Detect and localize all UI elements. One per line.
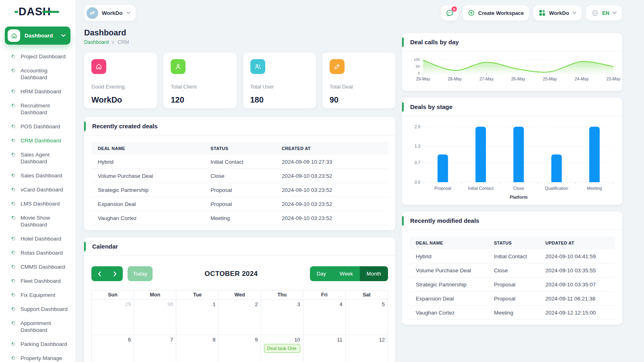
table-cell: 2024-09-09 10:27:33 [275,155,388,169]
sidebar-item-fix-equipment[interactable]: Fix Equipment [0,288,75,302]
sidebar-item-sales-agent-dashboard[interactable]: Sales Agent Dashboard [0,148,75,169]
table-row[interactable]: HybridInitial Contact2024-09-10 04:41:59 [409,249,615,263]
stat-label: Total Client [171,84,229,90]
calendar-view-month-button[interactable]: Month [360,266,388,281]
table-row[interactable]: Strategic PartnershipProposal2024-09-10 … [91,183,388,197]
sidebar-item-sales-dashboard[interactable]: Sales Dashboard [0,169,75,183]
calendar-day-header: Thu [261,290,303,300]
calendar-day-cell[interactable]: 3 [261,300,303,335]
table-cell: Proposal [487,292,539,306]
calendar-day-cell[interactable]: 5 [345,300,388,335]
svg-text:Meeting: Meeting [587,186,602,191]
calendar-day-number: 10 [264,337,300,343]
sidebar-item-project-dashboard[interactable]: Project Dashboard [0,49,75,64]
table-cell: 2024-09-10 03:23:52 [275,183,388,197]
sidebar-item-lms-dashboard[interactable]: LMS Dashboard [0,197,75,211]
deals-by-stage-chart: 0.00.71.32.0ProposalInitial ContactClose… [402,116,622,205]
table-cell: 2024-09-10 03:35:55 [539,263,615,278]
brand-logo[interactable]: DASH [0,0,75,23]
calendar-day-cell[interactable]: 8 [176,335,219,362]
table-cell: Close [487,263,539,278]
table-cell: Strategic Partnership [409,278,487,292]
sidebar-item-crm-dashboard[interactable]: CRM Dashboard [0,134,75,148]
sidebar-item-vcard-dashboard[interactable]: vCard Dashboard [0,183,75,197]
sidebar-item-recruitment-dashboard[interactable]: Recruitment Dashboard [0,99,75,119]
table-row[interactable]: Volume Purchase DealClose2024-09-10 03:3… [409,263,615,278]
sidebar-item-label: vCard Dashboard [21,186,63,193]
sidebar-item-label: Movie Show Dashboard [21,214,71,228]
card-header: Deal calls by day [402,33,622,51]
calendar-week-row: 293012345 [92,300,388,335]
calendar-day-cell[interactable]: 6 [92,335,134,362]
calendar-day-cell[interactable]: 2 [219,300,261,335]
breadcrumb-dashboard-link[interactable]: Dashboard [84,39,109,45]
sidebar-item-cmms-dashboard[interactable]: CMMS Dashboard [0,260,75,274]
messages-count-badge: 0 [451,6,457,12]
table-cell: 2024-09-10 03:23:52 [275,211,388,225]
create-workspace-button[interactable]: Create Workspace [462,5,529,21]
sidebar-item-parking-dashboard[interactable]: Parking Dashboard [0,337,75,351]
calendar-day-number: 7 [137,337,173,343]
svg-text:25-May: 25-May [543,76,557,81]
sidebar-item-hrm-dashboard[interactable]: HRM Dashboard [0,84,75,99]
calendar-event[interactable]: Deal task One [264,344,300,353]
table-header-row: DEAL NAMESTATUSCREATED AT [91,142,388,155]
table-row[interactable]: Strategic PartnershipProposal2024-09-10 … [409,278,615,292]
calendar-toolbar: Today OCTOBER 2024 DayWeekMonth [84,256,395,290]
table-row[interactable]: Expansion DealProposal2024-09-11 06:21:3… [409,292,615,306]
stat-value: 120 [171,95,229,105]
calendar-day-number: 29 [95,301,131,307]
sidebar-item-rotas-dashboard[interactable]: Rotas Dashboard [0,246,75,260]
table-cell: 2024-09-10 03:23:52 [275,169,388,183]
calendar-day-cell[interactable]: 9 [219,335,261,362]
bullet-circle-icon [12,90,15,93]
calendar-view-switcher: DayWeekMonth [310,266,388,281]
sidebar-item-hotel-dashboard[interactable]: Hotel Dashboard [0,232,75,246]
calendar-day-cell[interactable]: 30 [134,300,176,335]
calendar-day-cell[interactable]: 29 [92,300,134,335]
calendar-day-cell[interactable]: 10Deal task One [261,335,303,362]
sidebar-item-appointment-dashboard[interactable]: Appointment Dashboard [0,316,75,337]
table-row[interactable]: Expansion DealProposal2024-09-10 03:23:5… [91,197,388,211]
calendar-day-cell[interactable]: 4 [303,300,345,335]
stat-label: Good Evening, [91,84,150,90]
sidebar-item-support-dashboard[interactable]: Support Dashboard [0,302,75,316]
table-row[interactable]: Vaughan CortezMeeting2024-09-10 03:23:52 [91,211,388,225]
sidebar-item-property-manage[interactable]: Property Manage [0,351,75,362]
calendar-day-cell[interactable]: 11 [303,335,345,362]
sidebar-item-accounting-dashboard[interactable]: Accounting Dashboard [0,64,75,84]
calendar-view-week-button[interactable]: Week [333,266,360,281]
sidebar-item-label: LMS Dashboard [21,200,60,207]
calendar-view-day-button[interactable]: Day [310,266,333,281]
sidebar-item-label: POS Dashboard [21,123,60,130]
calendar-today-button[interactable]: Today [128,266,153,281]
language-selector[interactable]: EN [586,5,622,21]
bullet-circle-icon [12,342,15,346]
svg-text:1.3: 1.3 [415,144,420,148]
column-header: CREATED AT [275,142,388,155]
sidebar-item-pos-dashboard[interactable]: POS Dashboard [0,119,75,134]
home-icon [8,29,20,42]
calendar-day-cell[interactable]: 1 [176,300,219,335]
svg-text:29-May: 29-May [416,76,430,81]
stat-label: Total Deal [330,84,388,90]
table-cell: Meeting [204,211,275,225]
table-row[interactable]: Volume Purchase DealClose2024-09-10 03:2… [91,169,388,183]
calendar-day-cell[interactable]: 12 [345,335,388,362]
calendar-day-cell[interactable]: 7 [134,335,176,362]
workspace-switcher[interactable]: WorkDo [84,5,136,21]
table-row[interactable]: HybridInitial Contact2024-09-09 10:27:33 [91,155,388,169]
sidebar-item-dashboard[interactable]: Dashboard [5,27,70,45]
calendar-next-button[interactable] [107,266,123,281]
calendar-prev-button[interactable] [91,266,107,281]
deals-by-stage-card: Deals by stage 0.00.71.32.0ProposalIniti… [402,98,622,205]
account-menu[interactable]: WorkDo [533,5,582,21]
sidebar-item-fleet-dashboard[interactable]: Fleet Dashboard [0,274,75,288]
table-row[interactable]: Vaughan CortezMeeting2024-09-12 12:15:00 [409,306,615,320]
bullet-circle-icon [12,174,15,177]
sidebar-item-movie-show-dashboard[interactable]: Movie Show Dashboard [0,211,75,232]
recently-created-deals-table: DEAL NAMESTATUSCREATED ATHybridInitial C… [91,142,388,225]
calendar-day-number: 9 [221,337,258,343]
create-workspace-label: Create Workspace [478,10,524,16]
messages-button[interactable]: 0 [441,5,458,21]
